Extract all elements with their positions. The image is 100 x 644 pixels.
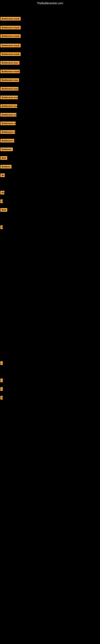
- bottleneck-badge: B: [0, 200, 3, 203]
- bottleneck-badge: |: [0, 361, 3, 365]
- bottleneck-badge: Bottleneck re: [0, 122, 16, 125]
- site-title: TheBottlenecker.com: [0, 0, 100, 6]
- bottleneck-badge: Bottleneck resu: [0, 96, 18, 99]
- bottleneck-badge: |: [0, 387, 3, 391]
- bottleneck-badge: Bottleneck result: [0, 52, 21, 56]
- bottleneck-badge: B: [0, 226, 3, 229]
- bottleneck-badge: Bottleneck result: [0, 34, 21, 38]
- bottleneck-badge: Bottleneck result: [0, 70, 20, 73]
- bottleneck-badge: Bottleneck result: [0, 26, 21, 30]
- bottleneck-badge: Bottleneck re: [0, 139, 14, 142]
- bottleneck-badge: Bottlene: [0, 165, 11, 168]
- bottleneck-badge: B: [0, 396, 3, 400]
- bottleneck-badge: Bottleneck resu: [0, 104, 17, 108]
- bottleneck-badge: Bo: [0, 191, 4, 194]
- bottleneck-badge: Bottleneck res: [0, 113, 16, 116]
- bottleneck-badge: |: [0, 378, 3, 382]
- bottleneck-badge: Bottlenec: [0, 148, 13, 151]
- bottleneck-badge: Bottleneck result: [0, 44, 21, 47]
- bottleneck-badge: Bottleneck res: [0, 130, 15, 134]
- bottleneck-badge: Bottleneck resu: [0, 78, 19, 82]
- bottleneck-badge: Bott: [0, 156, 7, 160]
- bottleneck-badge: Bottleneck resu: [0, 61, 19, 64]
- bottleneck-badge: Bott: [0, 208, 7, 212]
- bottleneck-badge: Bottleneck result: [0, 17, 21, 20]
- bottleneck-badge: Bottleneck resu: [0, 87, 18, 90]
- bottleneck-badge: Bo: [0, 174, 5, 177]
